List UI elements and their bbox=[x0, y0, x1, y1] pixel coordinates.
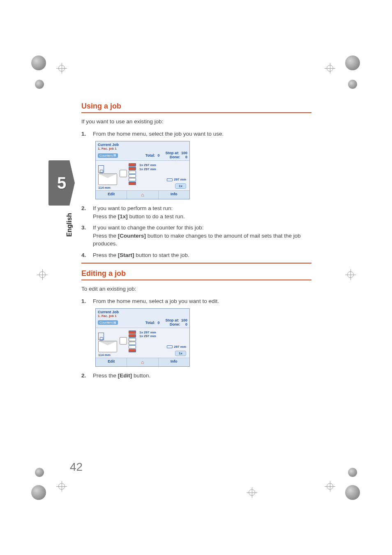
home-button[interactable]: ⌂ bbox=[127, 358, 158, 366]
envelope-column: 114 mm bbox=[98, 165, 118, 190]
tray-sizes: 1x 297 mm1x 297 mm bbox=[139, 163, 156, 171]
machine-panel-screenshot: Current Job 1. Fac. job 1 Counters ▤ Tot… bbox=[95, 308, 190, 367]
total-value: 0 bbox=[157, 321, 159, 325]
stop-done: Stop at: 100Done: 0 bbox=[165, 151, 187, 160]
step-4: 4. Press the [Start] button to start the… bbox=[81, 251, 311, 259]
step-text: From the home menu, select a job you wan… bbox=[93, 297, 311, 305]
chapter-number: 5 bbox=[57, 174, 66, 192]
tray-icon bbox=[129, 345, 136, 349]
step-text: If you want to change the counter for th… bbox=[93, 224, 311, 248]
home-icon: ⌂ bbox=[141, 359, 144, 365]
registration-mark bbox=[56, 481, 67, 492]
total-value: 0 bbox=[157, 153, 159, 157]
step-3: 3. If you want to change the counter for… bbox=[81, 224, 311, 248]
tray-sizes: 1x 297 mm1x 297 mm bbox=[139, 331, 156, 338]
step-number: 2. bbox=[81, 204, 93, 220]
stop-done: Stop at: 100Done: 0 bbox=[165, 319, 187, 327]
step-2: 2. If you want to perform a test run: Pr… bbox=[81, 204, 311, 220]
section-title-editing: Editing a job bbox=[81, 269, 311, 280]
step-text: From the home menu, select the job you w… bbox=[93, 130, 311, 138]
step-1: 1. From the home menu, select the job yo… bbox=[81, 130, 311, 138]
step-text: Press the [Edit] button. bbox=[93, 372, 311, 380]
envelope-drawing bbox=[98, 341, 117, 352]
panel-title: Current Job 1. Fac. job 1 bbox=[96, 141, 189, 150]
step-text: Press the [Start] button to start the jo… bbox=[93, 251, 311, 259]
chapter-tab: 5 bbox=[48, 160, 75, 206]
envelope-icon bbox=[98, 333, 104, 340]
step-text: If you want to perform a test run: Press… bbox=[93, 204, 311, 220]
output-size: 297 mm bbox=[167, 178, 186, 181]
tray-icon bbox=[129, 171, 136, 174]
intro-editing: To edit an existing job: bbox=[81, 285, 311, 293]
section-divider bbox=[81, 263, 311, 264]
registration-mark bbox=[247, 487, 257, 498]
print-dot bbox=[348, 468, 357, 477]
counters-button[interactable]: Counters ▤ bbox=[98, 320, 118, 325]
registration-mark bbox=[325, 481, 335, 492]
envelope-drawing bbox=[98, 173, 117, 185]
section-title-using: Using a job bbox=[81, 102, 311, 113]
step-number: 1. bbox=[81, 297, 93, 305]
tray-icon bbox=[129, 182, 136, 185]
home-button[interactable]: ⌂ bbox=[127, 191, 158, 199]
document-icon bbox=[167, 345, 173, 348]
info-button[interactable]: Info bbox=[159, 358, 189, 366]
print-dot bbox=[345, 485, 360, 500]
tray-icon bbox=[129, 338, 136, 341]
machine-panel-screenshot: Current Job 1. Fac. job 1 Counters ▤ Tot… bbox=[95, 141, 190, 199]
page-number: 42 bbox=[70, 460, 83, 474]
test-run-button[interactable]: 1x bbox=[175, 183, 186, 189]
tray-icon bbox=[129, 342, 136, 345]
module-icon bbox=[120, 337, 127, 345]
edit-button[interactable]: Edit bbox=[96, 358, 127, 366]
intro-using: If you want to use an existing job: bbox=[81, 118, 311, 126]
envelope-column: 114 mm bbox=[98, 333, 118, 357]
step-number: 4. bbox=[81, 251, 93, 259]
step-1: 1. From the home menu, select a job you … bbox=[81, 297, 311, 305]
registration-mark bbox=[37, 269, 48, 280]
test-run-button[interactable]: 1x bbox=[175, 351, 186, 356]
total-label: Total: bbox=[145, 153, 155, 157]
panel-job-name: 1. Fac. job 1 bbox=[98, 147, 187, 150]
module-icon bbox=[120, 170, 127, 177]
step-number: 2. bbox=[81, 372, 93, 380]
tray-icon bbox=[129, 334, 136, 338]
feeder-trays bbox=[129, 331, 136, 352]
step-2: 2. Press the [Edit] button. bbox=[81, 372, 311, 380]
info-button[interactable]: Info bbox=[159, 191, 189, 199]
envelope-size: 114 mm bbox=[98, 353, 118, 357]
counters-button[interactable]: Counters ▤ bbox=[98, 153, 118, 158]
panel-title: Current Job 1. Fac. job 1 bbox=[96, 309, 189, 318]
print-dot bbox=[35, 468, 44, 477]
panel-job-name: 1. Fac. job 1 bbox=[98, 314, 187, 318]
print-dot bbox=[31, 485, 46, 500]
language-tab: English bbox=[66, 213, 73, 237]
total-label: Total: bbox=[145, 321, 155, 325]
edit-button[interactable]: Edit bbox=[96, 191, 127, 199]
tray-icon bbox=[129, 178, 136, 181]
home-icon: ⌂ bbox=[141, 192, 144, 198]
chapter-badge: 5 bbox=[48, 160, 75, 206]
envelope-icon bbox=[98, 165, 104, 173]
print-dot bbox=[345, 56, 360, 70]
print-dot bbox=[31, 56, 46, 70]
print-dot bbox=[35, 80, 44, 89]
print-dot bbox=[348, 80, 357, 89]
registration-mark bbox=[325, 63, 335, 74]
step-number: 1. bbox=[81, 130, 93, 138]
tray-icon bbox=[129, 349, 136, 352]
envelope-size: 114 mm bbox=[98, 186, 118, 190]
registration-mark bbox=[56, 63, 67, 74]
document-icon bbox=[167, 178, 173, 181]
tray-icon bbox=[129, 331, 136, 334]
tray-icon bbox=[129, 167, 136, 170]
tray-icon bbox=[129, 174, 136, 178]
output-size: 297 mm bbox=[167, 345, 186, 349]
feeder-trays bbox=[129, 163, 136, 185]
step-number: 3. bbox=[81, 224, 93, 248]
registration-mark bbox=[345, 269, 356, 280]
tray-icon bbox=[129, 163, 136, 166]
